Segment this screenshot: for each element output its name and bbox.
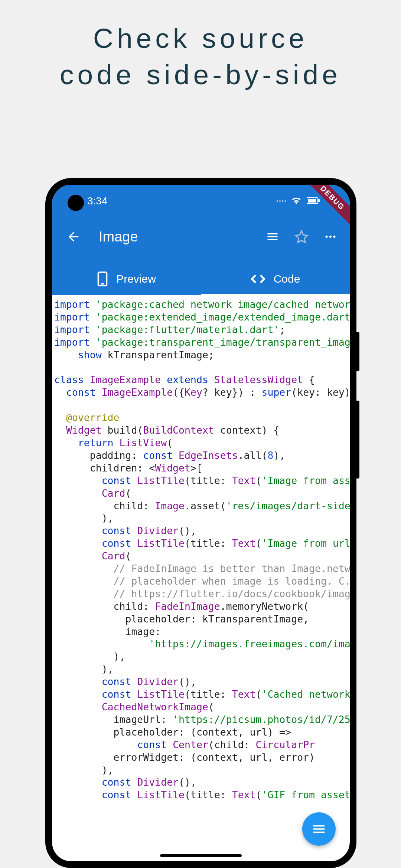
svg-point-3	[326, 236, 328, 238]
phone-side-button	[356, 401, 359, 479]
tab-code[interactable]: Code	[201, 263, 350, 295]
toolbar-actions	[264, 228, 339, 246]
svg-point-4	[329, 236, 332, 238]
back-button[interactable]	[62, 226, 85, 248]
menu-button[interactable]	[264, 228, 281, 246]
tab-preview-label: Preview	[116, 273, 156, 285]
battery-icon	[307, 195, 320, 207]
phone-side-button	[356, 332, 359, 371]
code-icon	[251, 273, 265, 285]
fab-menu[interactable]	[302, 812, 336, 846]
phone-frame: DEBUG 3:34	[45, 178, 356, 868]
back-arrow-icon	[66, 229, 81, 244]
phone-icon	[97, 272, 108, 286]
app-toolbar: Image	[52, 211, 350, 263]
tab-code-label: Code	[274, 273, 300, 285]
headline-line1: Check source	[0, 20, 401, 57]
hamburger-icon	[266, 230, 279, 243]
more-horiz-icon	[324, 230, 337, 243]
status-time: 3:34	[87, 195, 108, 207]
tab-bar: Preview Code	[52, 263, 350, 295]
svg-rect-1	[308, 199, 316, 203]
menu-icon	[312, 822, 326, 836]
phone-screen: DEBUG 3:34	[52, 185, 350, 861]
home-indicator[interactable]	[160, 854, 242, 857]
star-icon	[294, 230, 309, 244]
signal-icon	[277, 200, 286, 202]
svg-point-5	[333, 236, 336, 238]
more-button[interactable]	[322, 228, 339, 246]
tab-preview[interactable]: Preview	[52, 263, 201, 295]
page-title: Image	[99, 229, 264, 245]
app-bar: DEBUG 3:34	[52, 185, 350, 295]
favorite-button[interactable]	[293, 228, 310, 246]
status-bar: 3:34	[52, 185, 350, 211]
svg-rect-2	[318, 199, 320, 202]
headline-line2: code side-by-side	[0, 57, 401, 93]
wifi-icon	[291, 195, 301, 207]
code-viewer[interactable]: import 'package:cached_network_image/cac…	[52, 295, 350, 804]
camera-hole	[68, 195, 84, 211]
marketing-headline: Check source code side-by-side	[0, 0, 401, 93]
